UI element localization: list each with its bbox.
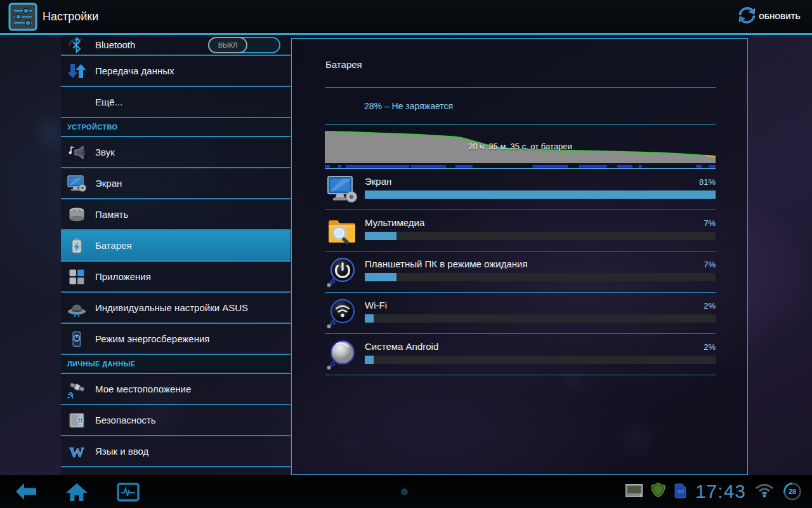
- android-system-icon: [325, 337, 359, 371]
- usage-progress-bar: [365, 273, 716, 281]
- sidebar-item-label: Безопасность: [95, 415, 156, 425]
- data-transfer-icon: [66, 61, 88, 81]
- antivirus-shield-icon: [651, 483, 665, 500]
- usage-row-screen[interactable]: Экран81%: [325, 169, 716, 210]
- storage-icon: [66, 204, 88, 225]
- usage-percent: 2%: [704, 342, 716, 352]
- graph-duration-label: 20 ч. 35 м. 35 с. от батареи: [325, 142, 716, 151]
- sidebar-item-label: Bluetooth: [95, 39, 135, 50]
- settings-sidebar: BluetoothВЫКЛПередача данныхЕщё...УСТРОЙ…: [61, 35, 291, 475]
- sidebar-item-label: Мое местоположение: [95, 384, 191, 394]
- usage-row-multimedia[interactable]: Мультимедиа7%: [325, 210, 716, 251]
- asus-icon: [66, 298, 88, 318]
- sidebar-section-personal-section: ЛИЧНЫЕ ДАННЫЕ: [61, 355, 291, 374]
- language-icon: W: [66, 441, 88, 462]
- usage-row-android-system[interactable]: Система Android2%: [325, 334, 716, 375]
- usage-row-body: Система Android2%: [365, 334, 716, 375]
- home-button[interactable]: [65, 482, 90, 502]
- sidebar-item-asus-custom[interactable]: Индивидуальные настройки ASUS: [61, 293, 291, 324]
- usage-progress-bar: [365, 314, 716, 323]
- usage-progress-fill: [365, 314, 374, 323]
- usage-row-body: Планшетный ПК в режиме ожидания7%: [365, 251, 716, 292]
- sidebar-item-apps[interactable]: Приложения: [61, 262, 291, 293]
- navigation-bar: SD 17:43 28: [0, 475, 812, 508]
- battery-icon: [66, 236, 88, 256]
- sidebar-item-security[interactable]: Безопасность: [61, 405, 291, 436]
- panel-title: Батарея: [325, 59, 716, 70]
- usage-name: Экран: [365, 176, 391, 187]
- usage-row-wifi[interactable]: Wi-Fi2%: [325, 293, 716, 334]
- sidebar-item-bluetooth[interactable]: BluetoothВЫКЛ: [61, 35, 291, 56]
- standby-icon: [325, 255, 359, 289]
- wifi-usage-icon: [325, 296, 359, 330]
- sidebar-item-data-usage[interactable]: Передача данных: [61, 56, 291, 87]
- sidebar-item-more[interactable]: Ещё...: [61, 87, 291, 118]
- battery-percent-number: 28: [783, 488, 802, 495]
- sidebar-item-battery[interactable]: Батарея: [61, 231, 291, 262]
- sidebar-item-language[interactable]: WЯзык и ввод: [61, 436, 291, 467]
- sidebar-item-label: Память: [95, 209, 128, 220]
- refresh-label: ОБНОВИТЬ: [759, 13, 801, 20]
- usage-name: Wi-Fi: [365, 300, 387, 311]
- display-icon: [66, 173, 88, 194]
- usage-name: Планшетный ПК в режиме ожидания: [365, 258, 528, 269]
- clock: 17:43: [695, 481, 746, 502]
- sidebar-item-storage[interactable]: Память: [61, 199, 291, 231]
- back-button[interactable]: [14, 482, 39, 502]
- sidebar-item-label: Ещё...: [95, 97, 122, 107]
- apps-icon: [66, 267, 88, 287]
- recent-apps-icon: [116, 482, 140, 502]
- usage-list: Экран81%Мультимедиа7%Планшетный ПК в реж…: [325, 169, 716, 375]
- usage-percent: 2%: [704, 301, 716, 311]
- sidebar-item-location[interactable]: Мое местоположение: [61, 374, 291, 405]
- usage-row-standby[interactable]: Планшетный ПК в режиме ожидания7%: [325, 251, 716, 293]
- battery-history-graph[interactable]: 20 ч. 35 м. 35 с. от батареи: [325, 125, 716, 168]
- sidebar-item-label: Приложения: [95, 271, 151, 282]
- power-saving-icon: [66, 329, 88, 349]
- usage-row-body: Мультимедиа7%: [365, 210, 716, 251]
- settings-app-icon: [8, 3, 37, 31]
- bluetooth-toggle[interactable]: ВЫКЛ: [208, 37, 280, 53]
- usage-row-body: Wi-Fi2%: [365, 293, 716, 333]
- location-icon: [66, 379, 88, 399]
- sidebar-item-label: Передача данных: [95, 65, 174, 76]
- sidebar-item-label: Режим энергосбережения: [95, 333, 209, 344]
- usage-percent: 7%: [704, 218, 716, 228]
- sidebar-item-sound[interactable]: Звук: [61, 137, 291, 168]
- usage-progress-fill: [365, 356, 374, 364]
- sidebar-item-label: Язык и ввод: [95, 446, 148, 457]
- sidebar-item-display[interactable]: Экран: [61, 168, 291, 199]
- usage-progress-fill: [365, 232, 396, 240]
- menu-dot: [401, 488, 408, 495]
- battery-indicator: 28: [783, 482, 802, 501]
- blank-icon: [66, 92, 88, 112]
- battery-panel: Батарея 28% – Не заряжается 20 ч. 35 м. …: [291, 38, 748, 475]
- screen-usage-icon: [325, 172, 359, 206]
- usage-progress-bar: [365, 356, 716, 364]
- svg-text:W: W: [69, 444, 84, 460]
- usage-progress-fill: [365, 273, 396, 281]
- refresh-button[interactable]: ОБНОВИТЬ: [733, 3, 806, 30]
- sidebar-item-label: Звук: [95, 147, 115, 157]
- page-title: Настройки: [43, 10, 98, 23]
- usage-progress-bar: [365, 190, 716, 199]
- sidebar-item-power-saving[interactable]: Режим энергосбережения: [61, 324, 291, 355]
- usage-row-body: Экран81%: [365, 169, 716, 210]
- status-tray[interactable]: SD 17:43 28: [625, 475, 802, 508]
- multimedia-icon: [325, 213, 359, 248]
- action-bar: Настройки ОБНОВИТЬ: [0, 0, 812, 35]
- security-icon: [66, 410, 88, 431]
- wifi-status-icon: [754, 482, 775, 501]
- sdcard-icon: SD: [674, 482, 687, 502]
- bluetooth-icon: [66, 35, 88, 55]
- back-icon: [14, 482, 38, 501]
- sound-icon: [66, 142, 88, 163]
- usage-name: Система Android: [365, 341, 438, 352]
- usage-progress-fill: [365, 190, 716, 199]
- battery-status-text: 28% – Не заряжается: [325, 88, 716, 124]
- sidebar-item-label: Индивидуальные настройки ASUS: [95, 302, 248, 313]
- sidebar-section-device-section: УСТРОЙСТВО: [61, 118, 291, 137]
- home-icon: [65, 482, 89, 502]
- recent-apps-button[interactable]: [116, 482, 141, 502]
- svg-text:SD: SD: [677, 489, 684, 495]
